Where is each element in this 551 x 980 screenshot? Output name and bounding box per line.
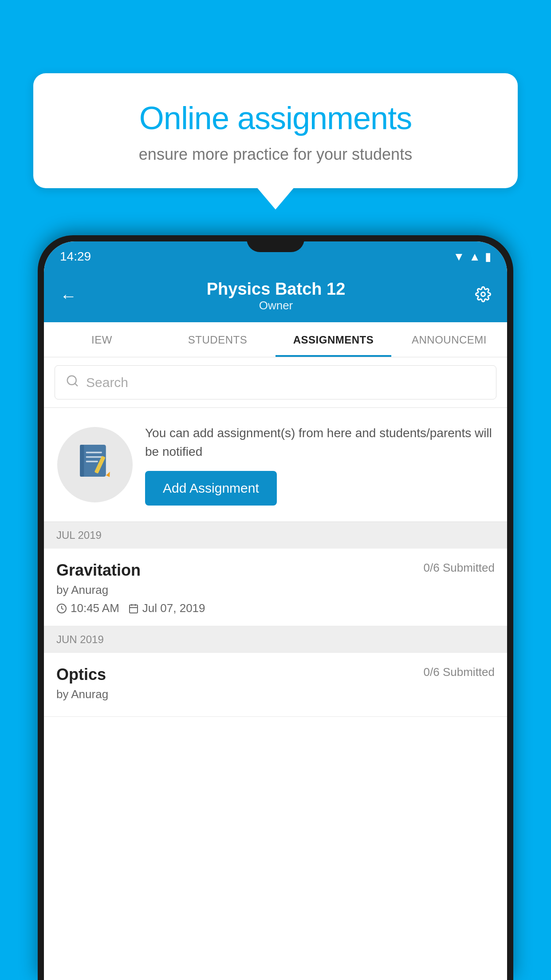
- search-input[interactable]: Search: [55, 365, 496, 399]
- svg-point-0: [481, 292, 485, 296]
- phone-notch: [247, 235, 304, 252]
- phone-frame: 14:29 ▼ ▲ ▮ ← Physics Batch 12 Owner: [38, 235, 513, 980]
- header-title: Physics Batch 12: [77, 280, 475, 299]
- time-info: 10:45 AM: [56, 601, 119, 615]
- assignment-submitted-gravitation: 0/6 Submitted: [424, 561, 495, 575]
- assignment-item-gravitation[interactable]: Gravitation 0/6 Submitted by Anurag 10:4…: [44, 549, 507, 626]
- promo-section: You can add assignment(s) from here and …: [44, 408, 507, 522]
- settings-button[interactable]: [475, 286, 491, 306]
- promo-text: You can add assignment(s) from here and …: [145, 424, 494, 506]
- search-bar: Search: [44, 357, 507, 408]
- tab-announcements[interactable]: ANNOUNCEMI: [391, 322, 507, 357]
- assignment-top-optics: Optics 0/6 Submitted: [56, 665, 495, 684]
- content-area: Search: [44, 357, 507, 717]
- date-info: Jul 07, 2019: [128, 601, 205, 615]
- status-time: 14:29: [60, 249, 91, 264]
- info-card: Online assignments ensure more practice …: [33, 73, 518, 188]
- tab-iew[interactable]: IEW: [44, 322, 160, 357]
- assignment-item-optics[interactable]: Optics 0/6 Submitted by Anurag: [44, 653, 507, 717]
- svg-rect-5: [86, 451, 102, 453]
- assignment-by-gravitation: by Anurag: [56, 583, 495, 597]
- svg-rect-6: [86, 456, 102, 457]
- assignment-by-optics: by Anurag: [56, 688, 495, 701]
- assignment-title-gravitation: Gravitation: [56, 561, 141, 580]
- search-icon: [66, 374, 79, 391]
- status-icons: ▼ ▲ ▮: [453, 250, 491, 264]
- wifi-icon: ▼: [453, 250, 465, 264]
- tabs: IEW STUDENTS ASSIGNMENTS ANNOUNCEMI: [44, 322, 507, 357]
- signal-icon: ▲: [469, 250, 480, 264]
- header-center: Physics Batch 12 Owner: [77, 280, 475, 312]
- section-jul-2019: JUL 2019: [44, 522, 507, 549]
- back-button[interactable]: ←: [60, 287, 77, 306]
- svg-marker-9: [106, 470, 112, 477]
- assignment-datetime-gravitation: 10:45 AM Jul 07, 2019: [56, 601, 495, 615]
- assignment-top: Gravitation 0/6 Submitted: [56, 561, 495, 580]
- svg-line-2: [75, 383, 77, 386]
- assignment-submitted-optics: 0/6 Submitted: [424, 665, 495, 679]
- add-assignment-button[interactable]: Add Assignment: [145, 471, 277, 506]
- assignment-title-optics: Optics: [56, 665, 106, 684]
- info-card-subtitle: ensure more practice for your students: [64, 145, 487, 164]
- search-placeholder: Search: [86, 375, 128, 390]
- tab-assignments[interactable]: ASSIGNMENTS: [276, 322, 391, 357]
- info-card-title: Online assignments: [64, 100, 487, 136]
- notebook-icon: [75, 441, 115, 489]
- svg-rect-7: [86, 461, 98, 462]
- app-header: ← Physics Batch 12 Owner: [44, 272, 507, 322]
- svg-rect-11: [130, 605, 138, 613]
- phone-screen: 14:29 ▼ ▲ ▮ ← Physics Batch 12 Owner: [44, 241, 507, 980]
- header-subtitle: Owner: [77, 299, 475, 312]
- section-jun-2019: JUN 2019: [44, 626, 507, 653]
- battery-icon: ▮: [485, 250, 491, 264]
- tab-students[interactable]: STUDENTS: [160, 322, 276, 357]
- promo-icon-circle: [57, 427, 133, 502]
- promo-description: You can add assignment(s) from here and …: [145, 424, 494, 461]
- svg-rect-4: [80, 445, 84, 477]
